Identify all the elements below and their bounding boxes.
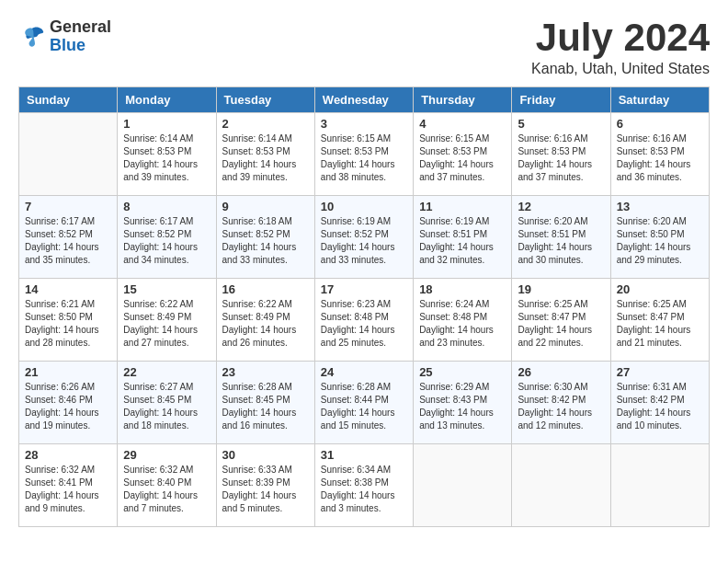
calendar-week-row: 28Sunrise: 6:32 AMSunset: 8:41 PMDayligh… [19, 444, 710, 527]
day-info: Sunrise: 6:26 AMSunset: 8:46 PMDaylight:… [25, 381, 111, 432]
day-info: Sunrise: 6:14 AMSunset: 8:53 PMDaylight:… [222, 132, 309, 184]
day-info: Sunrise: 6:31 AMSunset: 8:42 PMDaylight:… [617, 381, 703, 432]
day-number: 9 [222, 200, 309, 213]
day-info: Sunrise: 6:27 AMSunset: 8:45 PMDaylight:… [123, 381, 210, 432]
calendar-cell: 19Sunrise: 6:25 AMSunset: 8:47 PMDayligh… [512, 279, 610, 362]
day-info: Sunrise: 6:19 AMSunset: 8:51 PMDaylight:… [419, 215, 506, 267]
calendar-week-row: 21Sunrise: 6:26 AMSunset: 8:46 PMDayligh… [19, 362, 710, 444]
calendar-cell: 20Sunrise: 6:25 AMSunset: 8:47 PMDayligh… [610, 279, 709, 362]
header-monday: Monday [118, 87, 216, 113]
day-info: Sunrise: 6:17 AMSunset: 8:52 PMDaylight:… [123, 215, 210, 267]
calendar-week-row: 1Sunrise: 6:14 AMSunset: 8:53 PMDaylight… [19, 113, 710, 196]
day-number: 26 [518, 365, 604, 379]
header: General Blue July 2024 Kanab, Utah, Unit… [18, 18, 710, 77]
day-info: Sunrise: 6:17 AMSunset: 8:52 PMDaylight:… [25, 215, 111, 267]
day-number: 1 [123, 117, 210, 131]
logo-blue: Blue [50, 37, 111, 55]
day-info: Sunrise: 6:20 AMSunset: 8:50 PMDaylight:… [617, 215, 703, 267]
day-info: Sunrise: 6:28 AMSunset: 8:45 PMDaylight:… [222, 381, 309, 432]
day-number: 25 [419, 365, 506, 379]
calendar-cell: 12Sunrise: 6:20 AMSunset: 8:51 PMDayligh… [512, 196, 610, 279]
day-number: 13 [617, 200, 703, 213]
day-info: Sunrise: 6:19 AMSunset: 8:52 PMDaylight:… [321, 215, 407, 267]
day-number: 15 [123, 282, 210, 296]
day-number: 24 [321, 365, 407, 379]
calendar-cell: 7Sunrise: 6:17 AMSunset: 8:52 PMDaylight… [19, 196, 118, 279]
day-info: Sunrise: 6:25 AMSunset: 8:47 PMDaylight:… [617, 298, 703, 350]
day-info: Sunrise: 6:14 AMSunset: 8:53 PMDaylight:… [123, 132, 210, 184]
calendar-cell: 24Sunrise: 6:28 AMSunset: 8:44 PMDayligh… [314, 362, 413, 444]
calendar-cell: 10Sunrise: 6:19 AMSunset: 8:52 PMDayligh… [314, 196, 413, 279]
header-tuesday: Tuesday [216, 87, 314, 113]
calendar-cell: 13Sunrise: 6:20 AMSunset: 8:50 PMDayligh… [610, 196, 709, 279]
calendar-cell: 6Sunrise: 6:16 AMSunset: 8:53 PMDaylight… [610, 113, 709, 196]
location-subtitle: Kanab, Utah, United States [531, 61, 710, 77]
day-number: 3 [321, 117, 407, 131]
calendar-cell: 26Sunrise: 6:30 AMSunset: 8:42 PMDayligh… [512, 362, 610, 444]
calendar-cell: 22Sunrise: 6:27 AMSunset: 8:45 PMDayligh… [118, 362, 216, 444]
calendar-cell: 29Sunrise: 6:32 AMSunset: 8:40 PMDayligh… [118, 444, 216, 527]
day-number: 20 [617, 282, 703, 296]
day-number: 18 [419, 282, 506, 296]
calendar-cell: 31Sunrise: 6:34 AMSunset: 8:38 PMDayligh… [314, 444, 413, 527]
calendar-cell: 1Sunrise: 6:14 AMSunset: 8:53 PMDaylight… [118, 113, 216, 196]
calendar-cell [512, 444, 610, 527]
day-number: 11 [419, 200, 506, 213]
day-number: 16 [222, 282, 309, 296]
day-number: 14 [25, 282, 111, 296]
calendar-cell: 23Sunrise: 6:28 AMSunset: 8:45 PMDayligh… [216, 362, 314, 444]
calendar-week-row: 14Sunrise: 6:21 AMSunset: 8:50 PMDayligh… [19, 279, 710, 362]
month-year-title: July 2024 [531, 18, 710, 57]
calendar-cell: 14Sunrise: 6:21 AMSunset: 8:50 PMDayligh… [19, 279, 118, 362]
calendar-cell: 9Sunrise: 6:18 AMSunset: 8:52 PMDaylight… [216, 196, 314, 279]
logo-bird-icon [18, 23, 46, 51]
header-sunday: Sunday [19, 87, 118, 113]
day-number: 2 [222, 117, 309, 131]
day-info: Sunrise: 6:22 AMSunset: 8:49 PMDaylight:… [123, 298, 210, 350]
day-info: Sunrise: 6:20 AMSunset: 8:51 PMDaylight:… [518, 215, 604, 267]
day-info: Sunrise: 6:32 AMSunset: 8:41 PMDaylight:… [25, 464, 111, 515]
day-number: 22 [123, 365, 210, 379]
calendar-header-row: SundayMondayTuesdayWednesdayThursdayFrid… [19, 87, 710, 113]
day-info: Sunrise: 6:15 AMSunset: 8:53 PMDaylight:… [419, 132, 506, 184]
day-info: Sunrise: 6:22 AMSunset: 8:49 PMDaylight:… [222, 298, 309, 350]
day-number: 12 [518, 200, 604, 213]
day-info: Sunrise: 6:24 AMSunset: 8:48 PMDaylight:… [419, 298, 506, 350]
day-info: Sunrise: 6:15 AMSunset: 8:53 PMDaylight:… [321, 132, 407, 184]
calendar-cell [19, 113, 118, 196]
day-info: Sunrise: 6:23 AMSunset: 8:48 PMDaylight:… [321, 298, 407, 350]
day-info: Sunrise: 6:16 AMSunset: 8:53 PMDaylight:… [518, 132, 604, 184]
calendar-cell: 18Sunrise: 6:24 AMSunset: 8:48 PMDayligh… [414, 279, 512, 362]
day-number: 7 [25, 200, 111, 213]
calendar-cell: 8Sunrise: 6:17 AMSunset: 8:52 PMDaylight… [118, 196, 216, 279]
day-info: Sunrise: 6:30 AMSunset: 8:42 PMDaylight:… [518, 381, 604, 432]
calendar-cell: 2Sunrise: 6:14 AMSunset: 8:53 PMDaylight… [216, 113, 314, 196]
day-info: Sunrise: 6:25 AMSunset: 8:47 PMDaylight:… [518, 298, 604, 350]
day-number: 28 [25, 448, 111, 462]
calendar-week-row: 7Sunrise: 6:17 AMSunset: 8:52 PMDaylight… [19, 196, 710, 279]
day-number: 19 [518, 282, 604, 296]
calendar-cell: 16Sunrise: 6:22 AMSunset: 8:49 PMDayligh… [216, 279, 314, 362]
day-number: 17 [321, 282, 407, 296]
day-info: Sunrise: 6:16 AMSunset: 8:53 PMDaylight:… [617, 132, 703, 184]
logo: General Blue [18, 18, 111, 55]
calendar-table: SundayMondayTuesdayWednesdayThursdayFrid… [18, 86, 710, 527]
day-number: 8 [123, 200, 210, 213]
calendar-cell: 3Sunrise: 6:15 AMSunset: 8:53 PMDaylight… [314, 113, 413, 196]
day-number: 31 [321, 448, 407, 462]
day-number: 23 [222, 365, 309, 379]
calendar-cell: 25Sunrise: 6:29 AMSunset: 8:43 PMDayligh… [414, 362, 512, 444]
day-info: Sunrise: 6:18 AMSunset: 8:52 PMDaylight:… [222, 215, 309, 267]
header-thursday: Thursday [414, 87, 512, 113]
day-number: 29 [123, 448, 210, 462]
calendar-cell: 30Sunrise: 6:33 AMSunset: 8:39 PMDayligh… [216, 444, 314, 527]
day-number: 10 [321, 200, 407, 213]
header-saturday: Saturday [610, 87, 709, 113]
day-info: Sunrise: 6:32 AMSunset: 8:40 PMDaylight:… [123, 464, 210, 515]
day-number: 5 [518, 117, 604, 131]
day-info: Sunrise: 6:29 AMSunset: 8:43 PMDaylight:… [419, 381, 506, 432]
day-number: 30 [222, 448, 309, 462]
calendar-cell: 21Sunrise: 6:26 AMSunset: 8:46 PMDayligh… [19, 362, 118, 444]
day-number: 27 [617, 365, 703, 379]
calendar-cell: 15Sunrise: 6:22 AMSunset: 8:49 PMDayligh… [118, 279, 216, 362]
